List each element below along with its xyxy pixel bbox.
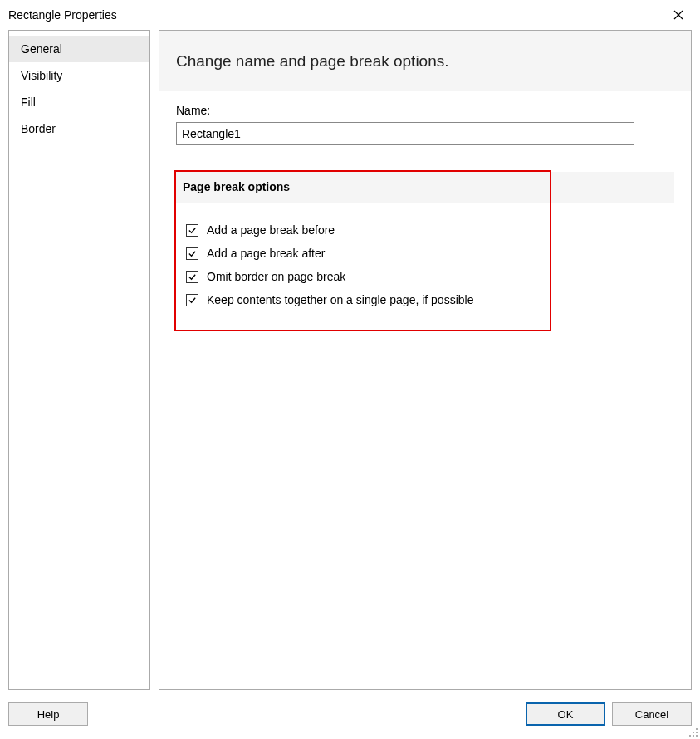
checkbox-omit-border[interactable] bbox=[186, 271, 198, 283]
sidebar-item-visibility[interactable]: Visibility bbox=[9, 62, 149, 89]
name-input[interactable] bbox=[176, 122, 634, 145]
checkbox-break-before[interactable] bbox=[186, 224, 198, 237]
check-icon bbox=[188, 296, 197, 305]
panel-heading: Change name and page break options. bbox=[159, 31, 691, 91]
dialog-title: Rectangle Properties bbox=[8, 8, 117, 22]
svg-point-7 bbox=[696, 735, 698, 737]
check-label: Keep contents together on a single page,… bbox=[207, 293, 473, 306]
sidebar-item-label: Border bbox=[21, 122, 56, 135]
sidebar-item-border[interactable]: Border bbox=[9, 115, 149, 142]
page-break-highlight: Add a page break before Add a page break… bbox=[174, 170, 551, 331]
sidebar-item-label: Visibility bbox=[21, 69, 62, 82]
sidebar-item-fill[interactable]: Fill bbox=[9, 89, 149, 115]
help-button[interactable]: Help bbox=[8, 702, 88, 726]
sidebar-item-label: General bbox=[21, 42, 62, 56]
check-icon bbox=[188, 249, 197, 258]
sidebar: General Visibility Fill Border bbox=[8, 30, 150, 690]
check-label: Add a page break before bbox=[207, 223, 335, 237]
check-row-keep-together[interactable]: Keep contents together on a single page,… bbox=[176, 288, 550, 311]
cancel-button[interactable]: Cancel bbox=[612, 702, 692, 726]
check-row-break-before[interactable]: Add a page break before bbox=[176, 218, 550, 242]
check-row-break-after[interactable]: Add a page break after bbox=[176, 242, 550, 265]
panel-body: Name: Page break options Add a page brea… bbox=[159, 91, 691, 218]
close-button[interactable] bbox=[662, 2, 695, 27]
sidebar-item-general[interactable]: General bbox=[9, 36, 149, 62]
checkbox-keep-together[interactable] bbox=[186, 294, 198, 306]
check-label: Add a page break after bbox=[207, 247, 325, 260]
svg-point-2 bbox=[696, 728, 698, 730]
svg-point-6 bbox=[693, 735, 694, 737]
name-label: Name: bbox=[176, 104, 674, 117]
check-label: Omit border on page break bbox=[207, 270, 345, 283]
ok-button[interactable]: OK bbox=[526, 702, 605, 726]
sidebar-item-label: Fill bbox=[21, 95, 36, 109]
resize-grip-icon[interactable] bbox=[688, 727, 698, 737]
checkbox-break-after[interactable] bbox=[186, 247, 198, 260]
svg-point-3 bbox=[693, 732, 694, 733]
content-area: General Visibility Fill Border Change na… bbox=[0, 30, 700, 690]
svg-point-5 bbox=[689, 735, 691, 737]
svg-point-4 bbox=[696, 732, 698, 733]
titlebar: Rectangle Properties bbox=[0, 0, 700, 30]
check-icon bbox=[188, 226, 197, 235]
check-icon bbox=[188, 272, 197, 281]
close-icon bbox=[673, 10, 683, 20]
main-panel: Change name and page break options. Name… bbox=[159, 30, 692, 690]
button-bar: Help OK Cancel bbox=[0, 690, 700, 730]
check-row-omit-border[interactable]: Omit border on page break bbox=[176, 265, 550, 288]
